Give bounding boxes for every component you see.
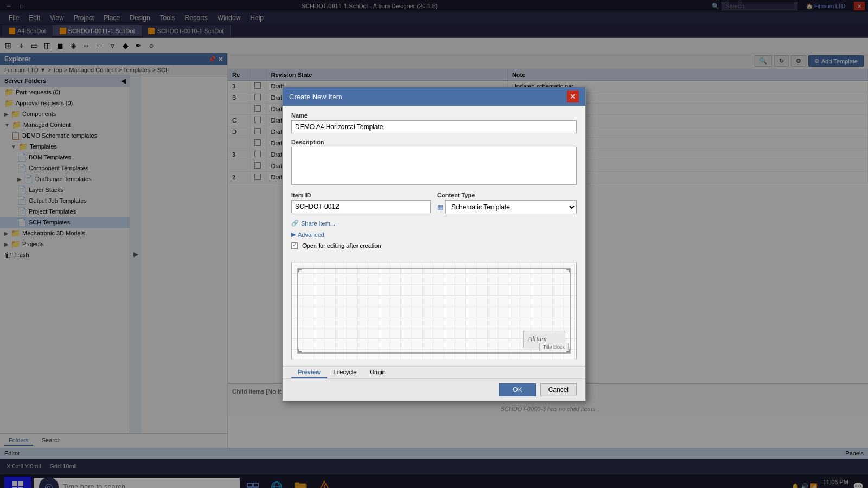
content-type-label: Content Type [437,192,577,198]
ok-button[interactable]: OK [499,383,535,396]
preview-tab-preview[interactable]: Preview [291,367,327,378]
share-icon: 🔗 [291,220,299,227]
preview-area: Altium Title block [291,262,577,359]
preview-tab-origin[interactable]: Origin [363,367,392,378]
corner-mark-tl [298,269,302,272]
dialog-title: Create New Item ✕ [283,87,585,106]
svg-text:Altium: Altium [528,335,547,343]
content-type-select[interactable]: Schematic Template BOM Template Componen… [445,200,577,214]
open-after-section: Open for editing after creation [291,242,577,249]
dialog-buttons: OK Cancel [283,378,585,401]
corner-mark-tr [566,269,570,272]
preview-tabs: Preview Lifecycle Origin [283,366,585,378]
chevron-right-icon: ▶ [291,231,296,238]
dialog-overlay: Create New Item ✕ Name Description Item … [0,0,868,488]
description-label: Description [291,139,577,145]
share-item-link[interactable]: 🔗 Share Item... [291,220,577,227]
content-type-col: Content Type ▦ Schematic Template BOM Te… [437,192,577,214]
item-id-label: Item ID [291,192,431,198]
dialog-body: Name Description Item ID Content Type ▦ … [283,106,585,262]
dialog-close-button[interactable]: ✕ [567,91,579,102]
name-label: Name [291,112,577,119]
open-after-checkbox[interactable] [291,242,298,249]
schematic-preview: Altium Title block [292,262,576,359]
description-textarea[interactable] [291,147,577,185]
create-new-item-dialog: Create New Item ✕ Name Description Item … [282,87,586,401]
form-row-ids: Item ID Content Type ▦ Schematic Templat… [291,192,577,214]
content-type-icon: ▦ [437,203,443,211]
name-input[interactable] [291,120,577,133]
item-id-input[interactable] [291,200,431,213]
item-id-col: Item ID [291,192,431,214]
corner-mark-bl [298,349,302,352]
advanced-section[interactable]: ▶ Advanced [291,231,577,238]
preview-tab-lifecycle[interactable]: Lifecycle [327,367,363,378]
cancel-button[interactable]: Cancel [540,383,577,396]
title-block: Title block [539,343,569,351]
